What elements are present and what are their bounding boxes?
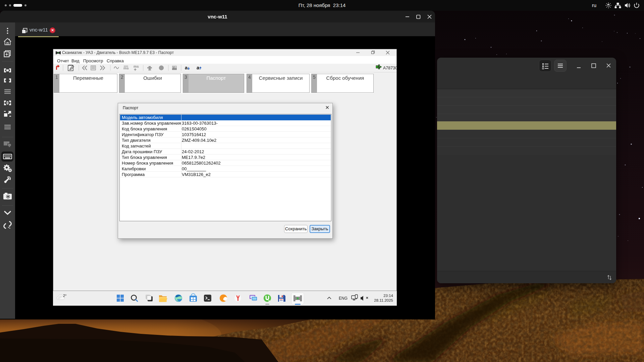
svg-text:23:14: 23:14 xyxy=(383,294,393,298)
svg-text:A78730: A78730 xyxy=(383,66,396,70)
svg-text:28.11.2025: 28.11.2025 xyxy=(374,298,393,302)
svg-text:2°: 2° xyxy=(63,294,67,298)
svg-text:ENG: ENG xyxy=(339,296,347,301)
svg-text:a: a xyxy=(197,65,200,70)
svg-text:ms: ms xyxy=(123,66,129,70)
svg-text:ms: ms xyxy=(133,64,139,68)
svg-text:a: a xyxy=(185,65,188,70)
